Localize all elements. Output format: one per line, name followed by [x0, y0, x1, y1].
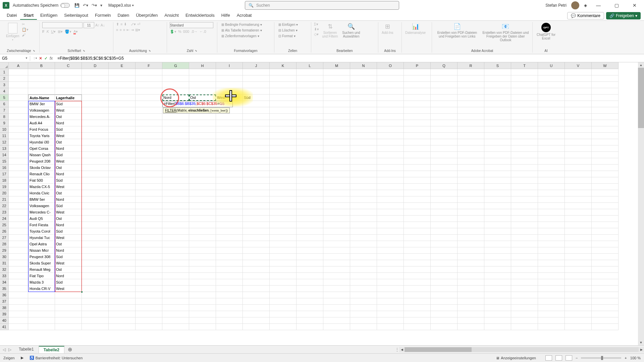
cell-C28[interactable]: Ost — [55, 241, 82, 247]
row-header-31[interactable]: 31 — [0, 260, 9, 266]
cell-styles-button[interactable]: ⊞ Zellenformatvorlagen ▾ — [220, 34, 261, 39]
add-sheet-button[interactable]: ⊕ — [64, 346, 75, 353]
zoom-in-icon[interactable]: + — [625, 356, 627, 360]
cell-B21[interactable]: BMW 5er — [28, 196, 55, 203]
format-cells-button[interactable]: ⊡ Format ▾ — [277, 34, 297, 39]
row-header-7[interactable]: 7 — [0, 107, 9, 114]
cell-C9[interactable]: Nord — [55, 120, 82, 126]
cell-C22[interactable]: Süd — [55, 203, 82, 209]
hscroll-thumb[interactable] — [405, 347, 472, 352]
menu-tab-entwicklertools[interactable]: Entwicklertools — [182, 11, 218, 20]
cell-B16[interactable]: Skoda Octav — [28, 165, 55, 171]
currency-icon[interactable]: 💲▾ — [170, 29, 176, 34]
cell-J5[interactable]: Süd — [243, 95, 270, 101]
scroll-up-icon[interactable]: ▲ — [638, 62, 644, 68]
tab-split-icon[interactable]: ⋮ — [395, 347, 399, 352]
col-header-W[interactable]: W — [592, 62, 619, 69]
col-header-B[interactable]: B — [28, 62, 55, 69]
status-macro-icon[interactable]: ▶ — [21, 356, 23, 360]
sheet-tab-tabelle1[interactable]: Tabelle1 — [14, 346, 39, 353]
select-all-corner[interactable] — [0, 62, 9, 69]
menu-tab-start[interactable]: Start — [20, 11, 37, 20]
row-header-30[interactable]: 30 — [0, 254, 9, 260]
cell-B24[interactable]: Audi Q5 — [28, 216, 55, 222]
col-header-Q[interactable]: Q — [431, 62, 458, 69]
cell-B19[interactable]: Mazda CX-5 — [28, 184, 55, 190]
cell-B28[interactable]: Opel Astra — [28, 241, 55, 247]
cell-C21[interactable]: Nord — [55, 196, 82, 203]
cell-C35[interactable]: West — [55, 286, 82, 292]
percent-icon[interactable]: % — [178, 29, 181, 34]
acrobat-pdf-outlook-button[interactable]: 📧Erstellen von PDF-Dateien und Freigeben… — [482, 22, 530, 43]
row-header-17[interactable]: 17 — [0, 171, 9, 177]
format-painter-icon[interactable]: 🖌 — [22, 33, 29, 37]
paste-button[interactable]: Einfügen▾ — [5, 22, 20, 42]
cell-C32[interactable]: Ost — [55, 266, 82, 273]
row-header-18[interactable]: 18 — [0, 177, 9, 184]
close-button[interactable]: ✕ — [628, 3, 641, 8]
cell-C18[interactable]: Süd — [55, 177, 82, 184]
cell-B26[interactable]: Toyota Corol — [28, 228, 55, 235]
col-header-P[interactable]: P — [404, 62, 431, 69]
sheet-area[interactable]: ABCDEFGHIJKLMNOPQRSTUVW 1234567891011121… — [0, 62, 644, 337]
cell-B10[interactable]: Ford Focus — [28, 126, 55, 133]
row-header-6[interactable]: 6 — [0, 101, 9, 107]
menu-tab-daten[interactable]: Daten — [114, 11, 133, 20]
cell-C27[interactable]: West — [55, 235, 82, 241]
number-format-select[interactable] — [170, 22, 213, 28]
cell-C16[interactable]: Ost — [55, 165, 82, 171]
row-header-37[interactable]: 37 — [0, 298, 9, 305]
cell-C14[interactable]: Süd — [55, 152, 82, 158]
cell-C17[interactable]: Nord — [55, 171, 82, 177]
row-header-33[interactable]: 33 — [0, 273, 9, 279]
cell-B25[interactable]: Ford Fiesta — [28, 222, 55, 228]
col-header-F[interactable]: F — [136, 62, 162, 69]
dec-decimal-icon[interactable]: ←.0 — [199, 29, 206, 34]
col-header-A[interactable]: A — [9, 62, 28, 69]
delete-cells-button[interactable]: ⊟ Löschen ▾ — [277, 28, 299, 33]
menu-tab-datei[interactable]: Datei — [3, 11, 20, 20]
cell-B12[interactable]: Hyundai i30 — [28, 139, 55, 145]
cell-C31[interactable]: West — [55, 260, 82, 266]
cell-B27[interactable]: Hyundai Tuc — [28, 235, 55, 241]
row-header-21[interactable]: 21 — [0, 196, 9, 203]
cell-B35[interactable]: Honda CR-V — [28, 286, 55, 292]
minimize-button[interactable]: — — [592, 3, 605, 8]
font-color-icon[interactable]: A▾ — [73, 29, 78, 34]
cell-C20[interactable]: Ost — [55, 190, 82, 196]
scroll-right-icon[interactable]: ▶ — [639, 348, 644, 351]
col-header-I[interactable]: I — [216, 62, 243, 69]
fill-color-icon[interactable]: 🪣▾ — [65, 29, 71, 34]
cell-B32[interactable]: Renault Meg — [28, 266, 55, 273]
display-settings-button[interactable]: 🖥 Anzeigeeinstellungen — [496, 356, 536, 360]
italic-icon[interactable]: K — [47, 29, 49, 34]
conditional-formatting-button[interactable]: ⊞ Bedingte Formatierung ▾ — [220, 22, 263, 27]
shrink-font-icon[interactable]: A↓ — [101, 23, 105, 27]
cell-B11[interactable]: Toyota Yaris — [28, 133, 55, 139]
username[interactable]: Stefan Petri — [545, 3, 567, 8]
row-header-39[interactable]: 39 — [0, 311, 9, 317]
zoom-level[interactable]: 100 % — [630, 356, 641, 360]
horizontal-scrollbar[interactable]: ◀ ▶ — [399, 347, 644, 352]
cut-icon[interactable]: ✂ — [22, 22, 29, 26]
undo-icon[interactable]: ↶▾ — [83, 3, 88, 8]
find-select-button[interactable]: 🔍Suchen und Auswählen — [341, 22, 361, 39]
comments-button[interactable]: 💬 Kommentare — [567, 12, 604, 19]
fx-icon[interactable]: fx — [50, 56, 53, 61]
row-header-10[interactable]: 10 — [0, 126, 9, 133]
menu-tab-formeln[interactable]: Formeln — [92, 11, 114, 20]
format-as-table-button[interactable]: ⊞ Als Tabelle formatieren ▾ — [220, 28, 263, 33]
col-header-D[interactable]: D — [82, 62, 109, 69]
row-header-34[interactable]: 34 — [0, 279, 9, 286]
sort-filter-button[interactable]: ⇅Sortieren und Filtern — [321, 22, 339, 39]
inc-decimal-icon[interactable]: .0→ — [191, 29, 198, 34]
cell-B9[interactable]: Audi A4 — [28, 120, 55, 126]
col-header-H[interactable]: H — [189, 62, 216, 69]
data-analysis-button[interactable]: 📊Datenanalyse — [405, 22, 426, 35]
wrap-text-icon[interactable]: ⏎ — [137, 22, 140, 26]
acrobat-pdf-link-button[interactable]: 📄Erstellen von PDF-Dateien und Freigeben… — [435, 22, 480, 39]
cell-B14[interactable]: Nissan Qash — [28, 152, 55, 158]
col-header-V[interactable]: V — [565, 62, 592, 69]
row-header-9[interactable]: 9 — [0, 120, 9, 126]
row-header-15[interactable]: 15 — [0, 158, 9, 165]
